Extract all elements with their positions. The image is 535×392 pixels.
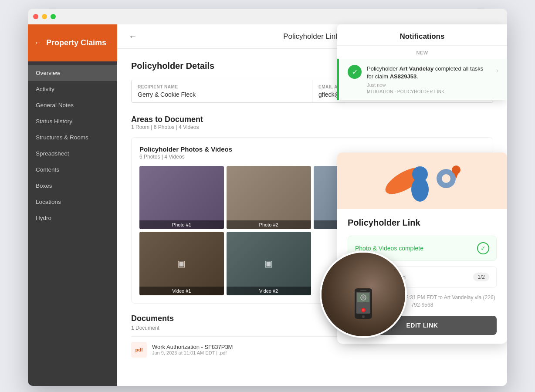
notif-text: Policyholder Art Vandelay completed all … — [367, 65, 491, 81]
photo-thumb-1[interactable]: Photo #1 — [139, 166, 224, 229]
video-icon-2: ▣ — [264, 258, 273, 269]
title-bar — [28, 9, 507, 24]
sidebar-item-general-notes[interactable]: General Notes — [28, 97, 117, 113]
notif-claim: AS829J53 — [390, 73, 416, 80]
doc-type-label: pdf — [135, 347, 142, 352]
phone-svg — [346, 284, 381, 328]
photo-thumb-2[interactable]: Photo #2 — [227, 166, 311, 229]
svg-point-13 — [362, 296, 365, 299]
sidebar-item-hydro[interactable]: Hydro — [28, 210, 117, 226]
sidebar-nav: Overview Activity General Notes Status H… — [28, 61, 117, 230]
notif-text-pre: Policyholder — [367, 65, 399, 72]
notif-check-icon: ✓ — [348, 65, 362, 79]
app-window: ← Property Claims Overview Activity Gene… — [28, 9, 507, 386]
video-icon-1: ▣ — [177, 258, 186, 269]
notif-tags: MITIGATION · POLICYHOLDER LINK — [367, 89, 491, 94]
notif-time: Just now — [367, 82, 491, 88]
notifications-panel: Notifications NEW ✓ Policyholder Art Van… — [337, 24, 507, 100]
notifications-new-label: NEW — [337, 46, 507, 59]
sidebar-item-boxes[interactable]: Boxes — [28, 178, 117, 194]
notification-item[interactable]: ✓ Policyholder Art Vandelay completed al… — [337, 59, 507, 100]
hero-svg — [379, 155, 466, 207]
sidebar-title: Property Claims — [46, 38, 106, 48]
photos-card-title: Policyholder Photos & Videos — [139, 145, 485, 153]
photo-label-1: Photo #1 — [139, 220, 224, 229]
ph-link-title: Policyholder Link — [348, 218, 497, 228]
video-label-2: Video #2 — [227, 287, 311, 295]
notif-name: Art Vandelay — [399, 65, 433, 72]
ph-task-badge: 1/2 — [473, 273, 489, 281]
svg-point-4 — [442, 174, 450, 183]
recipient-name-field: RECIPIENT NAME Gerry & Cookie Fleck — [132, 80, 312, 102]
sidebar-item-overview[interactable]: Overview — [28, 65, 117, 81]
video-thumb-1[interactable]: ▣ Video #1 — [139, 232, 224, 295]
svg-point-2 — [411, 177, 429, 202]
areas-subtitle: 1 Room | 6 Photos | 4 Videos — [131, 124, 493, 130]
doc-meta: Jun 9, 2023 at 11:01 AM EDT | .pdf — [152, 350, 233, 355]
close-button[interactable] — [33, 14, 38, 19]
photo-label-2: Photo #2 — [227, 220, 311, 229]
maximize-button[interactable] — [51, 14, 56, 19]
doc-name: Work Authorization - SF837P3M — [152, 344, 233, 350]
circle-photo-overlay — [320, 251, 407, 338]
sidebar: ← Property Claims Overview Activity Gene… — [28, 24, 117, 386]
doc-info: Work Authorization - SF837P3M Jun 9, 202… — [152, 344, 233, 355]
minimize-button[interactable] — [42, 14, 47, 19]
recipient-name-label: RECIPIENT NAME — [138, 84, 306, 89]
circle-photo-inner — [322, 253, 405, 336]
top-bar-title: Policyholder Link — [283, 32, 339, 41]
sidebar-item-status-history[interactable]: Status History — [28, 113, 117, 129]
ph-link-hero — [337, 152, 507, 209]
svg-point-9 — [362, 315, 365, 318]
sidebar-item-activity[interactable]: Activity — [28, 81, 117, 97]
sidebar-item-spreadsheet[interactable]: Spreadsheet — [28, 145, 117, 162]
notifications-title: Notifications — [337, 24, 507, 46]
ph-task-check-icon: ✓ — [477, 242, 489, 254]
sidebar-header[interactable]: ← Property Claims — [28, 24, 117, 61]
areas-title: Areas to Document — [131, 115, 493, 124]
svg-point-15 — [362, 309, 365, 311]
back-icon: ← — [34, 38, 42, 47]
sidebar-item-structures-rooms[interactable]: Structures & Rooms — [28, 129, 117, 145]
hero-illustration — [379, 155, 466, 207]
doc-icon: pdf — [131, 342, 147, 358]
top-bar-back-button[interactable]: ← — [126, 30, 140, 44]
notif-text-post: . — [416, 73, 418, 80]
video-label-1: Video #1 — [139, 287, 224, 295]
sidebar-item-contents[interactable]: Contents — [28, 162, 117, 178]
notif-arrow-icon: › — [496, 67, 498, 74]
sidebar-item-locations[interactable]: Locations — [28, 194, 117, 210]
notif-body: Policyholder Art Vandelay completed all … — [367, 65, 491, 94]
areas-header: Areas to Document 1 Room | 6 Photos | 4 … — [131, 115, 493, 130]
video-thumb-2[interactable]: ▣ Video #2 — [227, 232, 311, 295]
svg-rect-10 — [360, 290, 366, 291]
recipient-name-value: Gerry & Cookie Fleck — [138, 91, 306, 98]
